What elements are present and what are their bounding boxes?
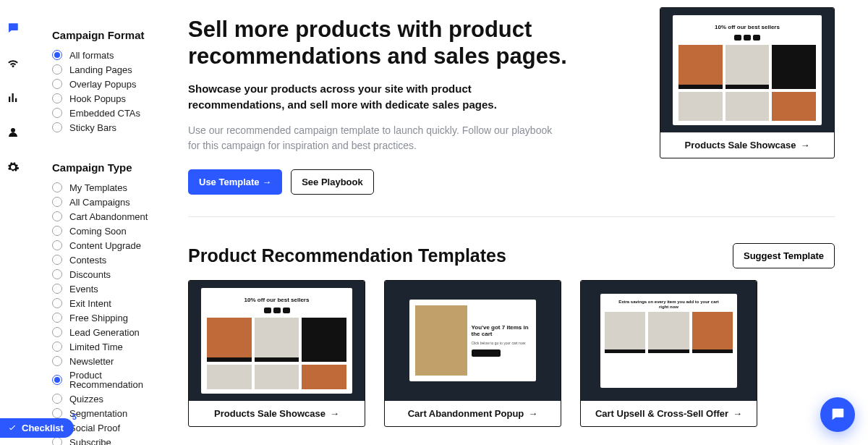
radio-label: Social Proof xyxy=(69,423,120,433)
arrow-icon: → xyxy=(733,408,742,419)
radio-icon xyxy=(52,211,62,221)
campaign-format-option[interactable]: All formats xyxy=(52,50,178,60)
radio-label: Quizzes xyxy=(69,394,103,404)
campaign-type-option[interactable]: Cart Abandonment xyxy=(52,211,178,221)
radio-icon xyxy=(52,240,62,250)
radio-label: Sticky Bars xyxy=(69,123,116,132)
template-label: Cart Upsell & Cross-Sell Offer xyxy=(595,408,728,419)
campaign-type-option[interactable]: Contests xyxy=(52,255,178,265)
template-card[interactable]: 10% off our best sellersProducts Sale Sh… xyxy=(188,280,365,427)
hero-template-card[interactable]: 10% off our best sellers xyxy=(660,7,835,158)
campaign-format-option[interactable]: Hook Popups xyxy=(52,93,178,103)
campaign-type-option[interactable]: Discounts xyxy=(52,269,178,279)
radio-icon xyxy=(52,255,62,265)
radio-icon xyxy=(52,122,62,132)
radio-label: Landing Pages xyxy=(69,65,132,75)
radio-label: All formats xyxy=(69,51,114,60)
radio-label: Content Upgrade xyxy=(69,241,141,250)
radio-icon xyxy=(52,356,62,366)
campaign-type-option[interactable]: Free Shipping xyxy=(52,313,178,323)
campaign-format-option[interactable]: Landing Pages xyxy=(52,64,178,75)
radio-icon xyxy=(52,327,62,337)
section-title: Product Recommendation Templates xyxy=(188,245,506,266)
chat-fab[interactable] xyxy=(820,397,855,432)
campaign-format-option[interactable]: Overlay Popups xyxy=(52,79,178,89)
radio-icon xyxy=(52,394,62,404)
gear-icon[interactable] xyxy=(7,161,20,177)
radio-label: Embedded CTAs xyxy=(69,109,140,118)
campaign-type-option[interactable]: All Campaigns xyxy=(52,197,178,207)
radio-label: Lead Generation xyxy=(69,328,140,337)
radio-icon xyxy=(52,437,62,445)
radio-icon xyxy=(52,226,62,236)
preview-headline: 10% off our best sellers xyxy=(715,24,780,30)
radio-label: Cart Abandonment xyxy=(69,212,148,221)
user-icon[interactable] xyxy=(7,126,20,142)
radio-label: Coming Soon xyxy=(69,226,127,236)
campaign-type-option[interactable]: Quizzes xyxy=(52,394,178,404)
arrow-icon: → xyxy=(330,408,339,419)
arrow-icon: → xyxy=(528,408,537,419)
campaign-type-option[interactable]: Events xyxy=(52,284,178,294)
page-title: Sell more products with product recommen… xyxy=(188,16,593,69)
radio-icon xyxy=(52,79,62,89)
radio-label: Contests xyxy=(69,255,106,265)
chat-icon[interactable] xyxy=(7,22,20,38)
arrow-icon: → xyxy=(800,140,809,151)
suggest-template-button[interactable]: Suggest Template xyxy=(733,243,835,268)
radio-label: Overlay Popups xyxy=(69,80,137,89)
radio-icon xyxy=(52,64,62,75)
campaign-type-option[interactable]: Newsletter xyxy=(52,356,178,366)
radio-label: Subscribe xyxy=(69,438,111,446)
campaign-type-option[interactable]: My Templates xyxy=(52,182,178,192)
hero-template-label: Products Sale Showcase xyxy=(685,140,796,151)
wifi-icon[interactable] xyxy=(7,56,20,72)
radio-icon xyxy=(52,408,62,418)
template-label: Products Sale Showcase xyxy=(214,408,326,419)
radio-label: Newsletter xyxy=(69,357,114,366)
radio-icon xyxy=(52,269,62,279)
campaign-type-option[interactable]: Content Upgrade xyxy=(52,240,178,250)
use-template-button[interactable]: Use Template → xyxy=(188,169,282,195)
radio-label: Product Recommendation xyxy=(69,370,178,389)
checklist-label: Checklist xyxy=(22,423,64,433)
radio-label: Exit Intent xyxy=(69,299,111,308)
radio-label: Discounts xyxy=(69,270,111,279)
see-playbook-button[interactable]: See Playbook xyxy=(291,169,374,195)
filters-sidebar: Campaign Format All formatsLanding Pages… xyxy=(26,0,185,445)
campaign-type-option[interactable]: Exit Intent xyxy=(52,298,178,308)
radio-icon xyxy=(52,342,62,352)
radio-icon xyxy=(52,50,62,60)
page-description: Use our recommended campaign template to… xyxy=(188,123,564,153)
campaign-type-option[interactable]: Subscribe xyxy=(52,437,178,445)
campaign-type-option[interactable]: Limited Time xyxy=(52,342,178,352)
template-label: Cart Abandonment Popup xyxy=(408,408,524,419)
radio-icon xyxy=(52,108,62,118)
campaign-type-option[interactable]: Lead Generation xyxy=(52,327,178,337)
campaign-type-option[interactable]: Product Recommendation xyxy=(52,370,178,389)
campaign-format-option[interactable]: Sticky Bars xyxy=(52,122,178,132)
template-card[interactable]: You've got 7 items in the cartClick belo… xyxy=(384,280,561,427)
radio-label: Hook Popups xyxy=(69,94,126,103)
checklist-pill[interactable]: Checklist 5 xyxy=(0,418,74,438)
main-content: Sell more products with product recommen… xyxy=(185,0,868,445)
radio-label: Events xyxy=(69,284,98,294)
radio-icon xyxy=(52,93,62,103)
radio-label: All Campaigns xyxy=(69,198,130,207)
page-subtitle: Showcase your products across your site … xyxy=(188,81,564,113)
campaign-format-heading: Campaign Format xyxy=(52,29,178,41)
campaign-type-option[interactable]: Segmentation xyxy=(52,408,178,418)
template-card[interactable]: Extra savings on every item you add to y… xyxy=(580,280,757,427)
checklist-badge: 5 xyxy=(72,412,77,421)
campaign-format-option[interactable]: Embedded CTAs xyxy=(52,108,178,118)
radio-label: Limited Time xyxy=(69,342,123,352)
bar-chart-icon[interactable] xyxy=(7,91,20,107)
radio-icon xyxy=(52,298,62,308)
radio-label: My Templates xyxy=(69,183,127,192)
radio-icon xyxy=(52,197,62,207)
radio-icon xyxy=(52,313,62,323)
radio-label: Free Shipping xyxy=(69,313,128,323)
campaign-type-heading: Campaign Type xyxy=(52,161,178,174)
radio-icon xyxy=(52,182,62,192)
campaign-type-option[interactable]: Coming Soon xyxy=(52,226,178,236)
